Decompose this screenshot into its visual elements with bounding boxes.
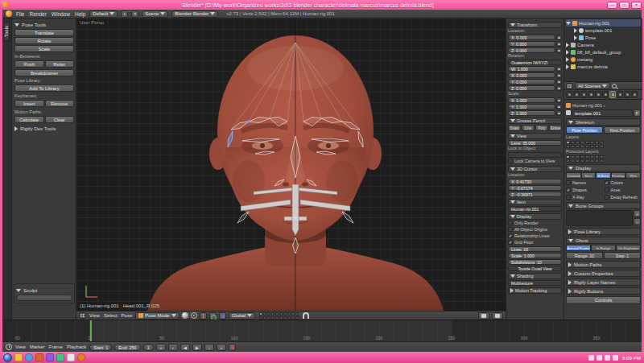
snap-magnet-button[interactable] <box>303 312 309 319</box>
expander-icon[interactable] <box>574 28 577 33</box>
expander-icon[interactable] <box>566 64 569 69</box>
skeleton-panel-header[interactable]: Skeleton <box>566 118 641 126</box>
pose-tools-panel-header[interactable]: Pose Tools <box>14 21 74 28</box>
manipulator-scale-button[interactable] <box>219 312 226 320</box>
timeline-canvas[interactable]: -50 0 50 100 150 200 250 300 350 <box>2 320 642 341</box>
layer-toggle[interactable] <box>283 316 287 320</box>
toggle-quad-view-button[interactable]: Toggle Quad View <box>508 266 562 271</box>
properties-tab[interactable] <box>609 91 616 98</box>
grease-erase-button[interactable]: Erase <box>549 125 562 131</box>
layer-toggle[interactable] <box>580 141 584 144</box>
rotation-y-field[interactable]: Y: 0.000 <box>508 79 555 85</box>
scale-x-field[interactable]: X: 1.000 <box>508 97 555 103</box>
controls-button[interactable]: Controls <box>566 296 641 304</box>
layer-toggle[interactable] <box>595 155 599 159</box>
add-to-library-button[interactable]: Add To Library <box>14 85 74 92</box>
taskbar-clock[interactable]: 8:09 PM <box>622 355 641 361</box>
tool-shelf-tab-tools[interactable]: Tools <box>3 22 10 41</box>
tray-icon[interactable] <box>605 355 610 361</box>
menu-help[interactable]: Help <box>74 11 86 17</box>
shapes-checkbox[interactable]: ✓ <box>566 188 571 192</box>
auto-keyframe-record-button[interactable] <box>229 344 236 351</box>
colors-checkbox[interactable]: ✓ <box>605 180 609 185</box>
grease-poly-button[interactable]: Poly <box>535 125 548 131</box>
grid-scale-field[interactable]: Scale: 1.000 <box>508 253 562 258</box>
lock-camera-checkbox[interactable] <box>508 159 513 163</box>
layer-toggle[interactable] <box>590 159 594 163</box>
layer-toggle[interactable] <box>287 312 291 316</box>
expander-icon[interactable] <box>566 22 571 25</box>
taskbar-app-icon[interactable] <box>56 353 64 361</box>
rotation-w-field[interactable]: W: 1.000 <box>508 66 555 72</box>
outliner-item[interactable]: template.001 <box>566 27 641 34</box>
layer-toggle[interactable] <box>566 155 570 159</box>
play-button[interactable]: ▶ <box>192 344 202 351</box>
menu-render[interactable]: Render <box>28 11 47 17</box>
insert-keyframe-button[interactable]: Insert <box>14 100 44 107</box>
layer-toggle[interactable] <box>600 159 604 163</box>
layer-toggle[interactable] <box>259 316 262 320</box>
lock-icon[interactable] <box>556 85 562 91</box>
properties-tab[interactable] <box>595 91 601 98</box>
ghost-range-field[interactable]: Range: 10 <box>566 252 603 259</box>
start-frame-field[interactable]: Start: 1 <box>89 344 112 351</box>
layer-toggle[interactable] <box>271 316 275 320</box>
search-icon[interactable] <box>612 84 617 89</box>
properties-tab[interactable] <box>617 91 623 98</box>
rotation-mode-select[interactable]: Quaternion (WXYZ) <box>508 60 562 65</box>
relationship-lines-checkbox[interactable]: ✓ <box>508 233 513 238</box>
taskbar-app-icon[interactable] <box>46 353 54 361</box>
layer-toggle[interactable] <box>600 141 604 144</box>
shading-panel-header[interactable]: Shading <box>508 273 562 279</box>
transform-orientation-select[interactable]: Global <box>229 312 255 320</box>
taskbar-app-icon[interactable] <box>35 353 43 361</box>
taskbar-app-icon[interactable] <box>14 353 23 361</box>
menu-pose[interactable]: Pose <box>121 313 134 318</box>
rotation-z-field[interactable]: Z: 0.000 <box>508 85 555 91</box>
layer-toggle[interactable] <box>585 159 589 163</box>
layer-toggle[interactable] <box>267 312 270 316</box>
layer-toggle[interactable] <box>571 159 575 163</box>
render-opengl-button[interactable] <box>478 312 489 320</box>
prev-keyframe-button[interactable]: ‹ <box>168 344 178 351</box>
layer-toggle[interactable] <box>595 145 599 148</box>
motion-tracking-panel-header[interactable]: Motion Tracking <box>508 287 562 294</box>
manipulator-rotate-button[interactable] <box>209 312 217 320</box>
xray-checkbox[interactable] <box>566 195 571 200</box>
properties-tab[interactable] <box>631 91 638 98</box>
ghost-step-field[interactable]: Step: 1 <box>604 252 641 259</box>
location-z-field[interactable]: Z: 0.000 <box>508 47 555 53</box>
layer-toggle[interactable] <box>590 155 594 159</box>
location-y-field[interactable]: Y: 0.000 <box>508 41 555 47</box>
editor-type-button[interactable] <box>566 83 573 89</box>
menu-window[interactable]: Window <box>51 11 71 17</box>
layer-toggle[interactable] <box>267 316 270 320</box>
rigify-buttons-panel-header[interactable]: Rigify Buttons <box>566 287 641 295</box>
layer-toggle[interactable] <box>279 316 283 320</box>
operator-panel-header[interactable]: Sculpt <box>16 287 72 294</box>
lens-field[interactable]: Lens: 35.000 <box>508 140 562 146</box>
mode-select[interactable]: Pose Mode <box>135 312 179 320</box>
taskbar-app-icon[interactable] <box>25 353 33 361</box>
outliner-item[interactable]: Human-rig.001 <box>566 19 641 27</box>
tray-icon[interactable] <box>613 355 618 361</box>
motion-paths-panel-header[interactable]: Motion Paths <box>566 261 641 268</box>
scale-z-field[interactable]: Z: 1.000 <box>508 110 555 116</box>
layer-toggle[interactable] <box>571 145 575 148</box>
rigify-layer-names-panel-header[interactable]: Rigify Layer Names <box>566 278 641 286</box>
manipulator-translate-button[interactable] <box>200 312 207 320</box>
rest-position-button[interactable]: Rest Position <box>604 126 641 134</box>
layer-toggle[interactable] <box>279 312 283 316</box>
lock-icon[interactable] <box>556 72 562 78</box>
layer-toggle[interactable] <box>580 155 584 159</box>
location-x-field[interactable]: X: 0.000 <box>508 35 555 40</box>
lock-icon[interactable] <box>556 104 562 109</box>
names-checkbox[interactable] <box>566 180 571 185</box>
cursor-panel-header[interactable]: 3D Cursor <box>508 166 562 172</box>
grid-floor-checkbox[interactable]: ✓ <box>508 240 513 245</box>
display-type-wire[interactable]: Wire <box>625 172 641 179</box>
layer-toggle[interactable] <box>566 159 570 163</box>
viewport-shading-select[interactable] <box>182 312 188 319</box>
rotate-button[interactable]: Rotate <box>14 37 74 44</box>
cursor-z-field[interactable]: Z: -0.36971 <box>508 192 562 197</box>
